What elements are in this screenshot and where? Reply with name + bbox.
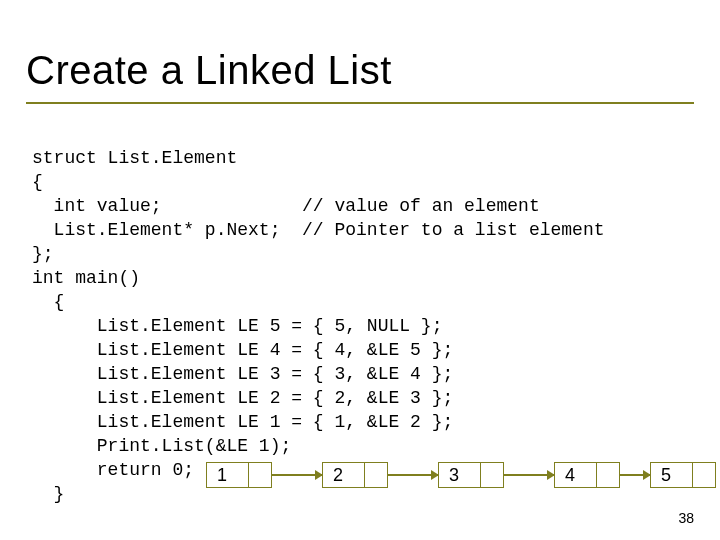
title-underline [26, 102, 694, 104]
slide-title: Create a Linked List [26, 48, 392, 93]
ll-node-4: 4 [554, 462, 620, 488]
page-number: 38 [678, 510, 694, 526]
ll-arrow-3-4 [504, 474, 554, 476]
slide: Create a Linked List struct List.Element… [0, 0, 720, 540]
ll-node-2: 2 [322, 462, 388, 488]
ll-node-2-value: 2 [333, 465, 343, 486]
ll-node-1: 1 [206, 462, 272, 488]
ll-node-1-value: 1 [217, 465, 227, 486]
ll-node-3-value: 3 [449, 465, 459, 486]
ll-node-3: 3 [438, 462, 504, 488]
ll-node-5-value: 5 [661, 465, 671, 486]
ll-arrow-1-2 [272, 474, 322, 476]
ll-node-4-value: 4 [565, 465, 575, 486]
ll-arrow-2-3 [388, 474, 438, 476]
ll-node-5: 5 [650, 462, 716, 488]
code-block: struct List.Element { int value; // valu… [32, 146, 605, 506]
ll-arrow-4-5 [620, 474, 650, 476]
